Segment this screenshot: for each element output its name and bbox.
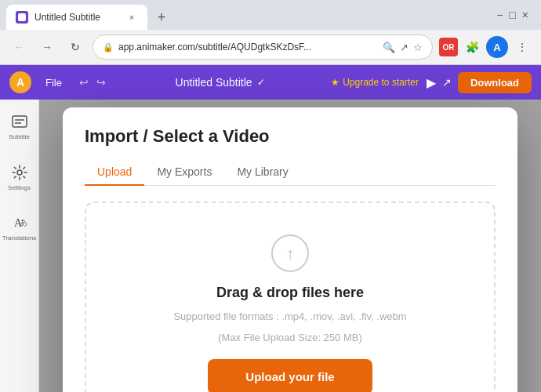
window-close-button[interactable]: ×	[522, 9, 528, 21]
profile-icon[interactable]: A	[486, 36, 508, 58]
svg-point-3	[17, 170, 22, 175]
drag-drop-label: Drag & drop files here	[216, 285, 364, 301]
url-actions: 🔍 ↗ ☆	[383, 42, 423, 53]
lock-icon: 🔒	[103, 42, 114, 53]
upload-dropzone[interactable]: ↑ Drag & drop files here Supported file …	[85, 201, 496, 392]
share-button[interactable]: ↗	[442, 76, 452, 89]
sidebar-settings-label: Settings	[8, 184, 31, 192]
upload-file-button[interactable]: Upload your file	[208, 359, 372, 392]
extensions-icon[interactable]: OR	[439, 38, 458, 56]
upload-icon-circle: ↑	[271, 234, 309, 272]
sidebar-item-subtitle[interactable]: Subtitle	[2, 107, 37, 146]
header-actions: ▶ ↗ Download	[427, 72, 532, 93]
download-button[interactable]: Download	[458, 72, 532, 93]
svg-rect-0	[13, 116, 27, 127]
new-tab-button[interactable]: +	[151, 6, 172, 28]
play-button[interactable]: ▶	[427, 75, 436, 90]
app-title-area: Untitled Subtitle ✓	[117, 76, 323, 89]
redo-button[interactable]: ↪	[93, 73, 109, 92]
star-icon: ★	[331, 77, 339, 88]
app-document-title: Untitled Subtitle	[176, 76, 252, 89]
reload-button[interactable]: ↻	[64, 36, 86, 58]
upgrade-button[interactable]: ★ Upgrade to starter	[331, 77, 419, 88]
subtitle-icon	[10, 112, 29, 131]
browser-chrome: Untitled Subtitle × + − □ × ← → ↻ 🔒 app.…	[0, 0, 541, 65]
menu-icon[interactable]: ⋮	[511, 36, 533, 58]
address-bar: ← → ↻ 🔒 app.animaker.com/subtitle/AQUDgt…	[0, 30, 541, 64]
window-controls: − □ ×	[496, 9, 535, 26]
logo-letter: A	[16, 76, 24, 89]
app-body: Subtitle Settings A あ Translations	[0, 100, 541, 392]
url-bar[interactable]: 🔒 app.animaker.com/subtitle/AQUDgtkSKzDs…	[93, 34, 433, 60]
main-content: Import / Select a Video Upload My Export…	[39, 100, 541, 392]
tab-close-button[interactable]: ×	[125, 11, 138, 24]
window-maximize-button[interactable]: □	[509, 9, 515, 21]
undo-redo-group: ↩ ↪	[76, 73, 109, 92]
modal-overlay[interactable]: Import / Select a Video Upload My Export…	[39, 100, 541, 392]
verified-icon: ✓	[257, 77, 265, 88]
modal-tabs: Upload My Exports My Library	[85, 159, 496, 186]
toolbar-icons: OR 🧩 A ⋮	[439, 36, 533, 58]
bookmark-icon[interactable]: ☆	[413, 42, 423, 53]
sidebar-subtitle-label: Subtitle	[9, 133, 30, 141]
modal-header: Import / Select a Video Upload My Export…	[63, 107, 517, 186]
puzzle-icon[interactable]: 🧩	[461, 36, 483, 58]
translations-icon: A あ	[10, 213, 29, 232]
upgrade-label: Upgrade to starter	[343, 77, 419, 88]
share-icon[interactable]: ↗	[400, 42, 408, 53]
modal-title: Import / Select a Video	[85, 126, 496, 147]
url-text: app.animaker.com/subtitle/AQUDgtkSKzDsF.…	[118, 42, 378, 53]
tab-favicon	[16, 11, 28, 24]
back-button[interactable]: ←	[8, 36, 30, 58]
forward-button[interactable]: →	[36, 36, 58, 58]
upload-arrow-icon: ↑	[286, 245, 294, 263]
app-logo: A	[9, 71, 31, 93]
sidebar-item-translations[interactable]: A あ Translations	[2, 209, 37, 247]
sidebar: Subtitle Settings A あ Translations	[0, 100, 39, 392]
svg-text:あ: あ	[20, 218, 27, 227]
sidebar-item-settings[interactable]: Settings	[2, 158, 37, 197]
search-icon[interactable]: 🔍	[383, 42, 395, 53]
settings-icon	[10, 163, 29, 182]
sidebar-translations-label: Translations	[2, 234, 36, 242]
undo-button[interactable]: ↩	[76, 73, 92, 92]
window-minimize-button[interactable]: −	[496, 9, 503, 21]
tab-bar: Untitled Subtitle × + − □ ×	[0, 0, 541, 30]
max-size-text: (Max File Upload Size: 250 MB)	[218, 332, 362, 343]
tab-upload[interactable]: Upload	[85, 159, 144, 186]
tab-my-exports[interactable]: My Exports	[144, 159, 224, 186]
supported-formats-text: Supported file formats : .mp4, .mov, .av…	[173, 310, 406, 322]
modal-body: ↑ Drag & drop files here Supported file …	[63, 186, 517, 392]
active-tab[interactable]: Untitled Subtitle ×	[6, 5, 147, 30]
file-menu-button[interactable]: File	[39, 74, 68, 92]
tab-title: Untitled Subtitle	[34, 12, 119, 23]
tab-my-library[interactable]: My Library	[224, 159, 300, 186]
app-header: A File ↩ ↪ Untitled Subtitle ✓ ★ Upgrade…	[0, 65, 541, 100]
import-modal: Import / Select a Video Upload My Export…	[63, 107, 517, 392]
